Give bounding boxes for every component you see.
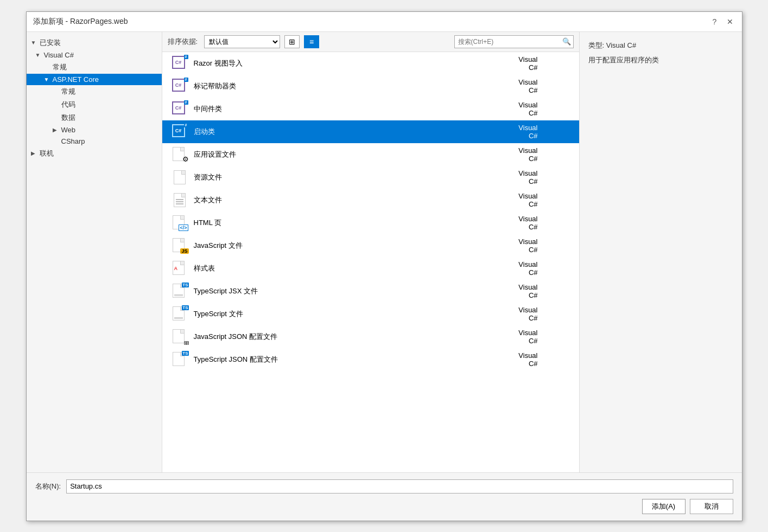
center-panel: 排序依据: 默认值 名称 类型 ⊞ ≡ 🔍 C# # Razor 视图导入Vis…: [162, 32, 579, 472]
file-type: Visual C#: [516, 306, 570, 322]
list-item[interactable]: C# # 启动类Visual C#: [162, 120, 579, 143]
list-item[interactable]: A 样式表Visual C#: [162, 257, 579, 280]
file-icon: TS: [171, 351, 188, 368]
file-name: HTML 页: [194, 218, 516, 228]
file-type: Visual C#: [516, 78, 570, 94]
file-list: C# # Razor 视图导入Visual C# C# # 标记帮助器类Visu…: [162, 52, 579, 472]
file-icon: [171, 191, 188, 209]
file-type: Visual C#: [516, 238, 570, 254]
file-icon: TS: [171, 305, 188, 323]
file-type: Visual C#: [516, 124, 570, 140]
file-name: 中间件类: [194, 104, 516, 114]
file-name: 应用设置文件: [194, 150, 516, 159]
list-view-button[interactable]: ≡: [304, 35, 319, 48]
file-type: Visual C#: [516, 169, 570, 185]
tree-item-数据[interactable]: 数据: [27, 111, 162, 124]
right-panel: 类型: Visual C# 用于配置应用程序的类: [579, 32, 742, 472]
file-icon: A: [171, 260, 188, 277]
file-name: 启动类: [194, 127, 516, 137]
list-item[interactable]: { } JavaScript JSON 配置文件Visual C#: [162, 325, 579, 348]
list-item[interactable]: TS TypeScript JSON 配置文件Visual C#: [162, 348, 579, 371]
add-button[interactable]: 添加(A): [642, 499, 686, 514]
list-item[interactable]: C# # 标记帮助器类Visual C#: [162, 75, 579, 98]
name-input[interactable]: [66, 479, 733, 493]
file-icon: [171, 169, 188, 186]
search-icon[interactable]: 🔍: [560, 35, 573, 48]
file-icon: JS: [171, 237, 188, 254]
tree-item-常规[interactable]: 常规: [27, 61, 162, 74]
file-type: Visual C#: [516, 55, 570, 72]
file-icon: C# #: [171, 78, 188, 95]
file-name: JavaScript 文件: [194, 241, 516, 251]
file-type: Visual C#: [516, 351, 570, 368]
file-name: JavaScript JSON 配置文件: [194, 332, 516, 342]
cancel-button[interactable]: 取消: [690, 499, 733, 514]
file-name: 样式表: [194, 264, 516, 273]
file-type: Visual C#: [516, 215, 570, 231]
file-icon: C# #: [171, 100, 188, 118]
tree-item-online[interactable]: ▶联机: [27, 147, 162, 160]
tree-item-常规[interactable]: 常规: [27, 85, 162, 98]
tree-item-csharp[interactable]: CSharp: [27, 136, 162, 147]
list-item[interactable]: C# # Razor 视图导入Visual C#: [162, 52, 579, 75]
file-type: Visual C#: [516, 329, 570, 345]
file-name: 文本文件: [194, 195, 516, 205]
title-bar: 添加新项 - RazorPages.web ? ✕: [27, 12, 742, 32]
tree-item-web[interactable]: ▶Web: [27, 124, 162, 136]
help-button[interactable]: ?: [709, 16, 720, 27]
add-new-item-dialog: 添加新项 - RazorPages.web ? ✕ ▼已安装▼Visual C#…: [26, 11, 742, 521]
sort-select[interactable]: 默认值 名称 类型: [204, 35, 280, 48]
file-icon: C# #: [171, 123, 188, 140]
sort-label: 排序依据:: [168, 37, 198, 47]
file-icon: </>: [171, 214, 188, 232]
type-label: 类型: Visual C#: [588, 41, 733, 50]
file-icon: ⚙: [171, 146, 188, 163]
tree-item-asp.net-core[interactable]: ▼ASP.NET Core: [27, 74, 162, 85]
list-item[interactable]: TS TypeScript JSX 文件Visual C#: [162, 280, 579, 303]
search-input[interactable]: [455, 38, 560, 46]
close-button[interactable]: ✕: [725, 16, 735, 27]
tree-item-代码[interactable]: 代码: [27, 98, 162, 111]
name-row: 名称(N):: [35, 479, 733, 493]
list-item[interactable]: TS TypeScript 文件Visual C#: [162, 303, 579, 325]
file-name: TypeScript JSON 配置文件: [194, 355, 516, 364]
dialog-body: ▼已安装▼Visual C#常规▼ASP.NET Core常规代码数据▶WebC…: [27, 32, 742, 472]
list-item[interactable]: ⚙ 应用设置文件Visual C#: [162, 143, 579, 166]
toolbar: 排序依据: 默认值 名称 类型 ⊞ ≡ 🔍: [162, 32, 579, 52]
list-item[interactable]: C# # 中间件类Visual C#: [162, 98, 579, 120]
title-controls: ? ✕: [709, 16, 735, 27]
description: 用于配置应用程序的类: [588, 55, 733, 66]
file-type: Visual C#: [516, 192, 570, 208]
list-item[interactable]: JS JavaScript 文件Visual C#: [162, 234, 579, 257]
name-label: 名称(N):: [35, 482, 61, 491]
search-box: 🔍: [454, 35, 574, 48]
file-type: Visual C#: [516, 283, 570, 299]
file-icon: C# #: [171, 55, 188, 72]
list-item[interactable]: </> HTML 页Visual C#: [162, 211, 579, 234]
file-type: Visual C#: [516, 260, 570, 277]
list-item[interactable]: 资源文件Visual C#: [162, 166, 579, 189]
installed-heading: ▼已安装: [27, 36, 162, 49]
file-type: Visual C#: [516, 101, 570, 117]
file-name: 资源文件: [194, 172, 516, 182]
button-row: 添加(A) 取消: [35, 499, 733, 514]
bottom-panel: 名称(N): 添加(A) 取消: [27, 472, 742, 521]
file-icon: { }: [171, 328, 188, 345]
dialog-title: 添加新项 - RazorPages.web: [33, 17, 128, 27]
file-name: TypeScript 文件: [194, 309, 516, 319]
file-type: Visual C#: [516, 146, 570, 163]
left-panel: ▼已安装▼Visual C#常规▼ASP.NET Core常规代码数据▶WebC…: [27, 32, 162, 472]
list-item[interactable]: 文本文件Visual C#: [162, 189, 579, 211]
grid-view-button[interactable]: ⊞: [284, 35, 300, 48]
file-name: Razor 视图导入: [194, 59, 516, 68]
file-name: TypeScript JSX 文件: [194, 286, 516, 296]
file-name: 标记帮助器类: [194, 81, 516, 91]
file-icon: TS: [171, 283, 188, 300]
tree-item-visual-c#[interactable]: ▼Visual C#: [27, 49, 162, 61]
